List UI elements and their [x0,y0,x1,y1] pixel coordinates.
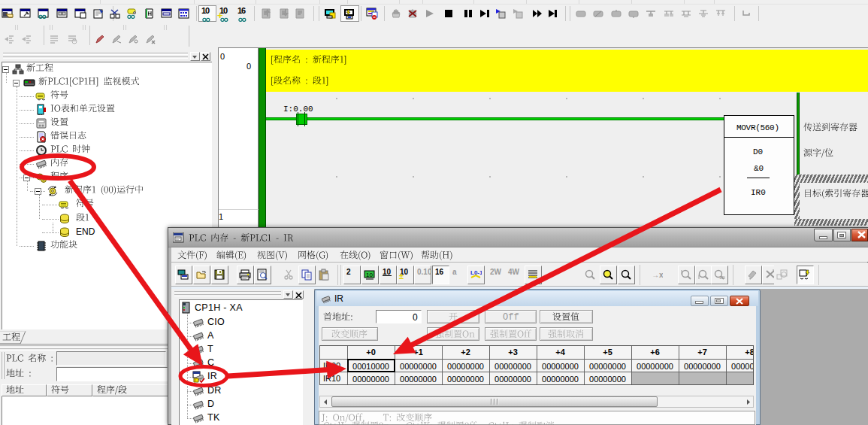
svg-text:→x: →x [652,271,663,279]
svg-text:!: ! [195,378,195,383]
svg-text:10: 10 [366,272,373,278]
svg-text:100: 100 [719,275,725,280]
